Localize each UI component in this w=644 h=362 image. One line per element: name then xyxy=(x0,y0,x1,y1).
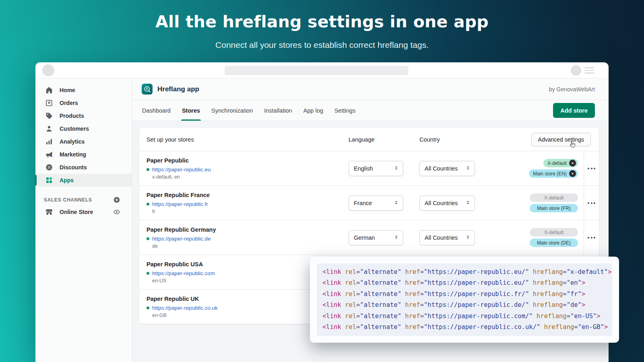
language-select-value: France xyxy=(354,200,372,206)
hero: All the hreflang settings in one app Con… xyxy=(0,0,644,50)
store-name: Paper Republic France xyxy=(147,192,349,198)
badge-label: X-default xyxy=(544,230,564,235)
stepper-icon xyxy=(393,234,400,242)
store-name: Paper Republic Germany xyxy=(147,226,349,233)
sidebar-item-marketing[interactable]: Marketing xyxy=(35,148,132,161)
sidebar-item-discounts[interactable]: Discounts xyxy=(35,161,132,174)
stepper-icon xyxy=(393,165,400,173)
status-badge: Main store (EN)✕ xyxy=(529,169,578,178)
row-actions-menu-button[interactable] xyxy=(584,186,599,220)
remove-badge-button[interactable]: ✕ xyxy=(569,160,576,167)
tab-synchronization[interactable]: Synchronization xyxy=(211,100,253,121)
code-line: <link rel="alternate" href="https://pape… xyxy=(322,278,608,288)
store-name: Paper Pepublic xyxy=(147,157,349,164)
status-dot-icon xyxy=(147,272,149,275)
sidebar-item-apps[interactable]: Apps xyxy=(35,174,132,187)
language-select[interactable]: German xyxy=(349,230,403,245)
marketing-icon xyxy=(45,150,53,158)
country-column-header: Country xyxy=(419,136,475,143)
row-actions-menu-button[interactable] xyxy=(584,151,599,185)
sidebar-item-label: Home xyxy=(60,87,75,93)
store-url-link[interactable]: https://paper-republic.eu xyxy=(152,167,211,173)
tab-dashboard[interactable]: Dashboard xyxy=(142,100,171,121)
country-select-value: All Countries xyxy=(425,165,458,172)
browser-chrome xyxy=(35,62,609,78)
menu-icon[interactable] xyxy=(584,67,594,74)
stepper-icon xyxy=(464,165,471,173)
sidebar-item-home[interactable]: Home xyxy=(35,84,132,97)
sidebar-item-label: Discounts xyxy=(60,164,87,171)
store-hreflang-codes: fr xyxy=(152,209,349,214)
badge-label: X-default xyxy=(547,160,567,166)
customers-icon xyxy=(45,125,53,133)
store-url-link[interactable]: https://paper-republic.de xyxy=(152,236,211,242)
avatar xyxy=(571,65,581,76)
tab-stores[interactable]: Stores xyxy=(182,100,200,121)
page-title: All the hreflang settings in one app xyxy=(0,12,644,31)
sidebar-item-products[interactable]: Products xyxy=(35,109,132,122)
sidebar-item-label: Orders xyxy=(60,100,78,106)
status-dot-icon xyxy=(147,203,149,206)
hreflang-code-overlay: <link rel="alternate" href="https://pape… xyxy=(310,257,619,343)
setup-stores-heading: Set up your stores xyxy=(139,136,349,143)
country-select-value: All Countries xyxy=(425,200,458,206)
add-store-button[interactable]: Add store xyxy=(553,103,595,118)
code-block: <link rel="alternate" href="https://pape… xyxy=(317,263,612,336)
language-select[interactable]: France xyxy=(349,195,403,211)
app-header: # Hreflang app by GenovaWebArt xyxy=(132,78,609,100)
cursor-pointer-icon xyxy=(568,140,577,149)
badge-column: X-defaultMain store (DE) xyxy=(475,228,584,247)
code-line: <link rel="alternate" href="https://pape… xyxy=(322,289,608,300)
country-select[interactable]: All Countries xyxy=(419,230,475,245)
store-url-link[interactable]: https://paper-republic.fr xyxy=(152,201,208,207)
sidebar: HomeOrdersProductsCustomersAnalyticsMark… xyxy=(35,78,132,362)
stepper-icon xyxy=(464,199,471,207)
badge-label: X-default xyxy=(544,195,564,201)
store-row: Paper Republic Germanyhttps://paper-repu… xyxy=(139,220,599,255)
svg-text:#: # xyxy=(146,87,148,91)
page-subtitle: Connect all your stores to establish cor… xyxy=(0,40,644,50)
sidebar-item-label: Products xyxy=(60,113,84,119)
store-info: Paper Republic Francehttps://paper-repub… xyxy=(139,192,349,214)
tab-settings[interactable]: Settings xyxy=(334,100,355,121)
eye-icon[interactable] xyxy=(113,208,120,216)
country-select[interactable]: All Countries xyxy=(419,195,475,211)
tab-installation[interactable]: Installation xyxy=(264,100,292,121)
channel-label: Online Store xyxy=(60,209,93,215)
sidebar-item-analytics[interactable]: Analytics xyxy=(35,135,132,148)
row-actions-menu-button[interactable] xyxy=(584,220,599,255)
language-column-header: Language xyxy=(349,136,403,143)
sidebar-item-label: Customers xyxy=(60,125,89,132)
store-row: Paper Pepublichttps://paper-republic.eux… xyxy=(139,151,599,185)
sidebar-item-label: Analytics xyxy=(60,138,85,145)
store-url-link[interactable]: https://paper-republic.co.uk xyxy=(152,305,218,311)
app-title: Hreflang app xyxy=(157,85,199,93)
sidebar-channel-online-store[interactable]: Online Store xyxy=(35,205,132,219)
advanced-settings-button[interactable]: Advanced settings xyxy=(531,133,591,146)
code-line: <link rel="alternate" href="https://pape… xyxy=(322,267,608,278)
remove-badge-button[interactable]: ✕ xyxy=(569,170,576,177)
status-badge: X-default✕ xyxy=(543,159,578,167)
sales-channels-section: SALES CHANNELS xyxy=(35,195,132,205)
status-dot-icon xyxy=(147,306,149,309)
sidebar-item-customers[interactable]: Customers xyxy=(35,122,132,135)
language-select[interactable]: English xyxy=(349,161,403,176)
code-line: <link rel="alternate" href="https://pape… xyxy=(322,322,608,333)
sales-channels-label: SALES CHANNELS xyxy=(44,197,92,203)
status-badge: X-default xyxy=(530,228,578,237)
discounts-icon xyxy=(45,163,53,171)
store-hreflang-codes: x-default, en xyxy=(152,174,349,180)
country-select-value: All Countries xyxy=(425,234,458,241)
sidebar-item-orders[interactable]: Orders xyxy=(35,97,132,109)
plus-circle-icon[interactable] xyxy=(113,196,120,204)
tab-app-log[interactable]: App log xyxy=(303,100,323,121)
status-dot-icon xyxy=(147,168,149,171)
country-select[interactable]: All Countries xyxy=(419,161,475,176)
badge-label: Main store (EN) xyxy=(533,171,567,177)
search-input[interactable] xyxy=(225,66,408,75)
home-icon xyxy=(45,86,53,94)
status-dot-icon xyxy=(147,237,149,240)
language-select-value: English xyxy=(354,165,373,172)
products-icon xyxy=(45,112,53,120)
store-url-link[interactable]: https://paper-republic.com xyxy=(152,270,215,276)
